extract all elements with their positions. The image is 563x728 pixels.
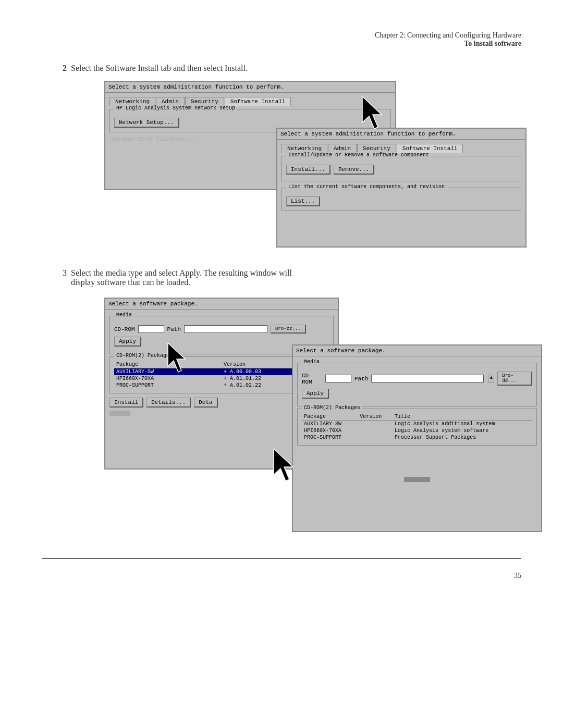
list-group-label: List the current software components, an… (286, 184, 447, 190)
step-3-text: Select the media type and select Apply. … (71, 268, 292, 277)
tab2-security[interactable]: Security (357, 144, 396, 153)
dialog-2: Select a system administration function … (276, 128, 527, 248)
install-btn-3[interactable]: Install (109, 398, 143, 408)
apply-btn-3[interactable]: Apply (114, 337, 141, 347)
package-title: Processor Support Packages (393, 434, 532, 441)
browse-btn-4[interactable]: Bro-dd... (497, 372, 532, 386)
media-select-3: CD-ROM Path Bro-zz... (114, 325, 329, 334)
tab2-networking[interactable]: Networking (282, 144, 327, 153)
remove-button[interactable]: Remove... (334, 165, 374, 175)
path-label-4: Path (354, 376, 368, 382)
package-title: Logic Analysis system software (393, 427, 532, 434)
step-3-section: 3 Select the media type and select Apply… (0, 263, 563, 548)
cd-rom-label-3: CD-ROM (114, 326, 135, 332)
packages-table-4: Package Version Title AUXILIARY-SW Logic… (302, 413, 532, 441)
dialog-2-title: Select a system administration function … (277, 129, 525, 140)
svg-marker-2 (274, 449, 293, 481)
deta2-btn-3[interactable]: Deta (194, 398, 217, 408)
arrow-cursor-2 (165, 343, 191, 376)
footer-line (42, 558, 521, 559)
package-version (358, 421, 393, 428)
package-name: PROC-SUPPORT (302, 434, 358, 441)
package-name: HPI660X-70XA (114, 375, 222, 382)
browse-btn-3[interactable]: Bro-zz... (271, 325, 306, 334)
dialog-4-content: Media CD-ROM Path ▲ Bro-dd... Apply CD- (293, 356, 541, 486)
screenshot-area-2: Select a software package. Media CD-ROM … (104, 298, 558, 527)
tab-networking[interactable]: Networking (109, 97, 155, 106)
svg-marker-0 (362, 96, 382, 129)
step-2-text: Select the Software Install tab and then… (71, 64, 248, 72)
path-input-4[interactable] (371, 375, 484, 382)
arrow-cursor-3 (271, 449, 300, 485)
cd-rom-dropdown-3[interactable] (138, 325, 164, 333)
step-2-section: 2 Select the Software Install tab and th… (0, 53, 563, 263)
tab2-software-install[interactable]: Software Install (397, 144, 463, 153)
packages-group-4: CD-ROM(2) Packages Package Version Title (297, 409, 537, 446)
package-title: Logic Analysis additional system (393, 421, 532, 428)
arrow-cursor-1 (360, 96, 388, 132)
tab-admin[interactable]: Admin (156, 97, 185, 106)
packages-group-4-label: CD-ROM(2) Packages (302, 405, 362, 411)
tab-security[interactable]: Security (185, 97, 224, 106)
tab-software-install[interactable]: Software Install (225, 97, 291, 106)
tab-row-2: Networking Admin Security Software Insta… (282, 144, 521, 153)
package-version (358, 434, 393, 441)
network-setup-button[interactable]: Network Setup... (114, 118, 179, 128)
dialog-4-title: Select a software package. (293, 346, 541, 356)
media-group-4: Media CD-ROM Path ▲ Bro-dd... Apply (297, 363, 537, 406)
col-version-4: Version (358, 413, 393, 421)
package-name: HPI660X-70XA (302, 427, 358, 434)
package-version (358, 427, 393, 434)
col-title-4: Title (393, 413, 532, 421)
package-name: PROC-SUPPORT (114, 382, 222, 389)
install-button[interactable]: Install... (286, 165, 331, 175)
dialog-4: Select a software package. Media CD-ROM … (292, 344, 542, 532)
details-btn-3[interactable]: Details... (146, 398, 191, 408)
apply-btn-4[interactable]: Apply (302, 389, 329, 399)
media-group-4-label: Media (302, 359, 322, 365)
header: Chapter 2: Connecting and Configuring Ha… (0, 0, 563, 53)
cd-rom-label-4: CD-ROM (302, 373, 322, 385)
svg-marker-1 (168, 343, 185, 372)
media-group-3-label: Media (114, 312, 134, 318)
install-group: Install/Update or Remove a software comp… (282, 156, 521, 181)
tab-row-1: Networking Admin Security Software Insta… (109, 97, 391, 106)
cd-rom-dropdown-4[interactable] (325, 375, 351, 382)
dialog-3-title: Select a software package. (105, 299, 338, 310)
step-3-label: 3 Select the media type and select Apply… (63, 268, 521, 287)
list-button[interactable]: List... (286, 196, 320, 206)
table-row[interactable]: HPI660X-70XA Logic Analysis system softw… (302, 427, 532, 434)
table-row[interactable]: PROC-SUPPORT Processor Support Packages (302, 434, 532, 441)
tab2-admin[interactable]: Admin (328, 144, 357, 153)
path-input-3[interactable] (184, 325, 267, 333)
chapter-title: Chapter 2: Connecting and Configuring Ha… (42, 31, 521, 40)
screenshot-area-1: Select a system administration function … (104, 81, 547, 242)
network-setup-label: HP Logic Analysis System network setup (114, 105, 237, 111)
step-3-number: 3 (63, 268, 67, 277)
col-package-4: Package (302, 413, 358, 421)
scroll-arrow-up[interactable]: ▲ (488, 375, 494, 383)
media-select-4: CD-ROM Path ▲ Bro-dd... (302, 372, 532, 386)
scrollbar-indicator-4 (404, 477, 430, 482)
step-2-label: 2 Select the Software Install tab and th… (63, 64, 521, 73)
dialog-2-content: Networking Admin Security Software Insta… (277, 140, 525, 217)
table-row[interactable]: AUXILIARY-SW Logic Analysis additional s… (302, 421, 532, 428)
package-name: AUXILIARY-SW (302, 421, 358, 428)
step-3-text2: display software that can be loaded. (71, 278, 190, 287)
path-label-3: Path (167, 326, 181, 332)
page-number: 35 (0, 569, 563, 583)
dialog-1-title: Select a system administration function … (105, 82, 395, 93)
list-group: List the current software components, an… (282, 188, 521, 211)
section-title: To install software (42, 40, 521, 48)
step-2-number: 2 (63, 64, 67, 72)
scrollbar-indicator (109, 411, 130, 416)
